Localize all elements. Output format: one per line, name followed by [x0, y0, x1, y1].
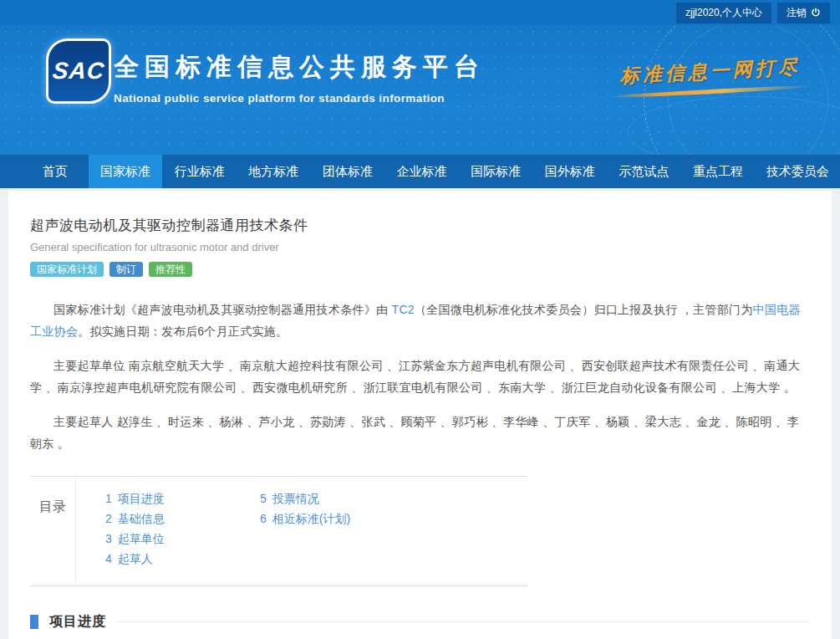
nav-item-key-projects[interactable]: 重点工程: [681, 155, 756, 188]
nav-item-international-standards[interactable]: 国际标准: [459, 155, 533, 188]
site-subtitle: National public service platform for sta…: [114, 92, 485, 105]
logout-button[interactable]: 注销: [777, 3, 830, 23]
toc-num: 3: [105, 532, 112, 545]
power-icon: [811, 8, 821, 18]
toc-link-voting[interactable]: 5投票情况: [260, 488, 415, 509]
page-title: 超声波电动机及其驱动控制器通用技术条件: [30, 216, 810, 235]
site-header: SAC 全国标准信息公共服务平台 National public service…: [0, 25, 840, 155]
site-title: 全国标准信息公共服务平台: [114, 50, 485, 84]
paragraph-drafters: 主要起草人 赵淳生 、时运来 、杨淋 、芦小龙 、苏勋涛 、张武 、顾菊平 、郭…: [30, 411, 810, 454]
toc-column-1: 1项目进度 2基础信息 3起草单位 4起草人: [105, 488, 260, 569]
table-of-contents: 目录 1项目进度 2基础信息 3起草单位 4起草人 5投票情况 6相近标准(计划…: [30, 476, 527, 586]
toc-link-similar-standards[interactable]: 6相近标准(计划): [260, 509, 415, 529]
slogan-text: 标准信息一网打尽: [605, 53, 815, 89]
toc-link-label: 基础信息: [118, 512, 165, 525]
summary-paragraphs: 国家标准计划《超声波电动机及其驱动控制器通用技术条件》由 TC2（全国微电机标准…: [30, 299, 810, 454]
paragraph-plan-info: 国家标准计划《超声波电动机及其驱动控制器通用技术条件》由 TC2（全国微电机标准…: [30, 299, 810, 342]
tc2-link[interactable]: TC2: [392, 303, 415, 316]
user-center-button[interactable]: zjjl2020,个人中心: [676, 3, 771, 23]
toc-link-label: 起草人: [118, 552, 153, 565]
nav-item-technical-committees[interactable]: 技术委员会: [755, 155, 840, 188]
toc-num: 1: [105, 492, 112, 505]
tag-row: 国家标准计划 制订 推荐性: [30, 262, 810, 277]
paragraph-drafting-units: 主要起草单位 南京航空航天大学 、南京航大超控科技有限公司 、江苏紫金东方超声电…: [30, 355, 810, 398]
sac-logo[interactable]: SAC: [46, 38, 111, 104]
nav-item-demonstration[interactable]: 示范试点: [607, 155, 681, 188]
logout-label: 注销: [787, 6, 807, 20]
tag-national-standard-plan: 国家标准计划: [30, 262, 104, 277]
nav-item-group-standards[interactable]: 团体标准: [311, 155, 385, 188]
user-center-label: zjjl2020,个人中心: [685, 6, 762, 20]
nav-item-industry-standards[interactable]: 行业标准: [162, 155, 237, 188]
toc-link-basic-info[interactable]: 2基础信息: [105, 509, 260, 529]
toc-link-label: 相近标准(计划): [272, 512, 350, 525]
nav-item-foreign-standards[interactable]: 国外标准: [533, 155, 608, 188]
section-header-project-progress: 项目进度: [30, 613, 810, 631]
content-card: 超声波电动机及其驱动控制器通用技术条件 General specificatio…: [8, 191, 832, 639]
toc-link-label: 起草单位: [118, 532, 165, 545]
p1-text-3: 。拟实施日期：发布后6个月正式实施。: [78, 325, 288, 338]
brand-block: 全国标准信息公共服务平台 National public service pla…: [114, 50, 485, 105]
tag-recommended: 推荐性: [149, 262, 192, 277]
nav-item-enterprise-standards[interactable]: 企业标准: [384, 155, 459, 188]
toc-num: 5: [260, 492, 267, 505]
toc-column-2: 5投票情况 6相近标准(计划): [260, 488, 415, 569]
toc-label: 目录: [30, 477, 76, 585]
sac-logo-text: SAC: [51, 58, 105, 84]
nav-item-home[interactable]: 首页: [22, 155, 89, 188]
toc-link-drafting-units[interactable]: 3起草单位: [105, 529, 260, 549]
p1-text-2: （全国微电机标准化技术委员会）归口上报及执行 ，主管部门为: [415, 303, 753, 316]
nav-item-local-standards[interactable]: 地方标准: [237, 155, 311, 188]
toc-columns: 1项目进度 2基础信息 3起草单位 4起草人 5投票情况 6相近标准(计划): [76, 477, 415, 585]
nav-item-national-standards[interactable]: 国家标准: [89, 155, 163, 188]
page-title-en: General specification for ultrasonic mot…: [30, 241, 810, 253]
p1-text-1: 国家标准计划《超声波电动机及其驱动控制器通用技术条件》由: [53, 303, 392, 316]
toc-link-drafters[interactable]: 4起草人: [105, 549, 260, 569]
main-nav: 首页 国家标准 行业标准 地方标准 团体标准 企业标准 国际标准 国外标准 示范…: [0, 155, 840, 188]
toc-link-label: 投票情况: [272, 492, 319, 505]
toc-num: 2: [105, 512, 112, 525]
top-bar: zjjl2020,个人中心 注销: [0, 0, 840, 25]
toc-link-project-progress[interactable]: 1项目进度: [105, 488, 260, 509]
section-divider: [118, 621, 810, 622]
section-title: 项目进度: [49, 613, 106, 631]
tag-formulate: 制订: [109, 262, 143, 277]
section-marker: [30, 615, 38, 629]
toc-num: 4: [105, 552, 112, 565]
toc-link-label: 项目进度: [118, 492, 165, 505]
toc-num: 6: [260, 512, 267, 525]
